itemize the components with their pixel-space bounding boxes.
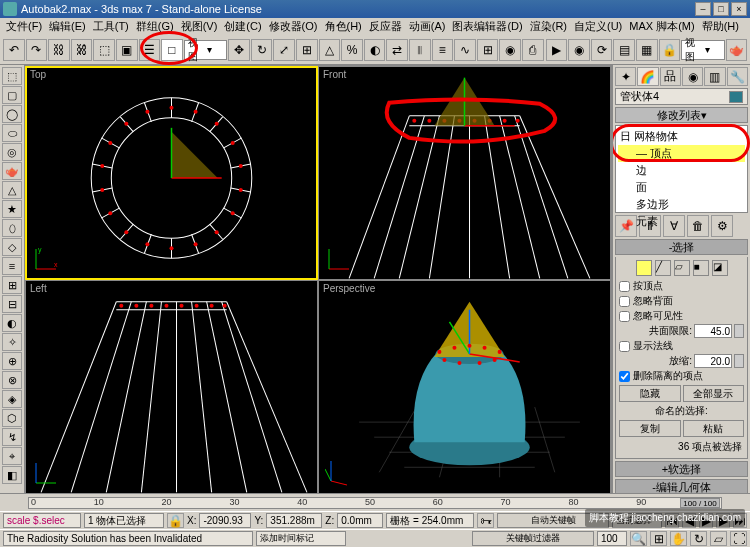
vtool-sphere-icon[interactable]: ◯	[2, 105, 22, 123]
spinner-snap-toggle[interactable]: ◐	[364, 39, 386, 61]
scale-spinner[interactable]	[734, 354, 744, 368]
stack-face[interactable]: 面	[618, 179, 745, 196]
vtool-box-icon[interactable]: ▢	[2, 86, 22, 104]
frame-field[interactable]: 100	[597, 531, 627, 546]
angle-snap-toggle[interactable]: △	[319, 39, 341, 61]
minimize-button[interactable]: –	[695, 2, 711, 16]
viewport-perspective[interactable]: Perspective	[319, 281, 610, 493]
undo-button[interactable]: ↶	[3, 39, 25, 61]
mirror-button[interactable]: ⇄	[386, 39, 408, 61]
vtool-15[interactable]: ⊕	[2, 352, 22, 370]
vtool-11[interactable]: ⊞	[2, 276, 22, 294]
curve-editor-button[interactable]: ∿	[454, 39, 476, 61]
close-button[interactable]: ×	[731, 2, 747, 16]
chk-ignore-backface[interactable]	[619, 296, 630, 307]
rollout-selection-header[interactable]: - 选择	[615, 239, 748, 255]
key-mode-icon[interactable]: 🗝	[477, 513, 494, 528]
tab-create-icon[interactable]: ✦	[615, 67, 636, 86]
vtool-10[interactable]: ≡	[2, 257, 22, 275]
menu-maxscript[interactable]: MAX 脚本(M)	[626, 19, 697, 34]
tab-display-icon[interactable]: ▥	[704, 67, 725, 86]
nav-max-icon[interactable]: ⛶	[730, 531, 747, 546]
subobj-poly-icon[interactable]: ■	[693, 260, 709, 276]
viewport-front[interactable]: Front	[319, 67, 610, 279]
vtool-star-icon[interactable]: ★	[2, 200, 22, 218]
copy-button[interactable]: 复制	[619, 420, 681, 437]
nav-orbit-icon[interactable]: ↻	[690, 531, 707, 546]
select-rect-button[interactable]: □	[161, 39, 183, 61]
vtool-16[interactable]: ⊗	[2, 371, 22, 389]
viewport-top[interactable]: Top /*noop*/	[26, 67, 317, 279]
render-type-button[interactable]: ▤	[613, 39, 635, 61]
vtool-tube-icon[interactable]: ⬯	[2, 219, 22, 237]
nav-zoomall-icon[interactable]: ⊞	[650, 531, 667, 546]
snap-toggle[interactable]: ⊞	[296, 39, 318, 61]
link-button[interactable]: ⛓	[48, 39, 70, 61]
key-filter-button[interactable]: 关键帧过滤器	[472, 531, 594, 546]
align-button[interactable]: ⫴	[409, 39, 431, 61]
tab-motion-icon[interactable]: ◉	[682, 67, 703, 86]
stack-poly[interactable]: 多边形	[618, 196, 745, 213]
percent-snap-toggle[interactable]: %	[341, 39, 363, 61]
vtool-13[interactable]: ◐	[2, 314, 22, 332]
vtool-19[interactable]: ↯	[2, 428, 22, 446]
menu-edit[interactable]: 编辑(E)	[46, 19, 89, 34]
menu-file[interactable]: 文件(F)	[3, 19, 45, 34]
nav-fov-icon[interactable]: ▱	[710, 531, 727, 546]
vtool-20[interactable]: ⌖	[2, 447, 22, 465]
unlink-button[interactable]: ⛓̸	[71, 39, 93, 61]
rollout-softsel-header[interactable]: + 软选择	[615, 461, 748, 477]
vtool-9[interactable]: ◇	[2, 238, 22, 256]
scale-button[interactable]: ⤢	[273, 39, 295, 61]
subobj-element-icon[interactable]: ◪	[712, 260, 728, 276]
vtool-21[interactable]: ◧	[2, 466, 22, 484]
render-target-button[interactable]: ▦	[636, 39, 658, 61]
vtool-1[interactable]: ⬚	[2, 67, 22, 85]
menu-views[interactable]: 视图(V)	[178, 19, 221, 34]
script-listener[interactable]: scale $.selec	[3, 513, 81, 528]
vtool-cone-icon[interactable]: △	[2, 181, 22, 199]
render-view-selector[interactable]: 视图▾	[681, 40, 724, 60]
menu-group[interactable]: 群组(G)	[133, 19, 177, 34]
redo-button[interactable]: ↷	[26, 39, 48, 61]
add-time-tag[interactable]: 添加时间标记	[256, 531, 346, 546]
layer-manager-button[interactable]: ≡	[432, 39, 454, 61]
planar-spinner[interactable]	[734, 324, 744, 338]
rotate-button[interactable]: ↻	[251, 39, 273, 61]
menu-reactor[interactable]: 反应器	[366, 19, 405, 34]
modifier-stack[interactable]: 日 网格物体 — 顶点 边 面 多边形 元素	[615, 125, 748, 213]
chk-show-normals[interactable]	[619, 341, 630, 352]
vtool-cylinder-icon[interactable]: ⬭	[2, 124, 22, 142]
menu-graph[interactable]: 图表编辑器(D)	[449, 19, 525, 34]
select-button[interactable]: ⬚	[93, 39, 115, 61]
menu-create[interactable]: 创建(C)	[221, 19, 264, 34]
material-editor-button[interactable]: ◉	[499, 39, 521, 61]
scale-value[interactable]	[694, 354, 732, 368]
tab-hierarchy-icon[interactable]: 品	[660, 67, 681, 86]
menu-modifiers[interactable]: 修改器(O)	[266, 19, 321, 34]
quick-render-button[interactable]: ▶	[546, 39, 568, 61]
chk-by-vertex[interactable]	[619, 281, 630, 292]
quick-render-2-button[interactable]: ◉	[568, 39, 590, 61]
tab-utility-icon[interactable]: 🔧	[727, 67, 748, 86]
subobj-vertex-icon[interactable]	[636, 260, 652, 276]
x-field[interactable]: -2090.93	[199, 513, 251, 528]
nav-pan-icon[interactable]: ✋	[670, 531, 687, 546]
schematic-view-button[interactable]: ⊞	[477, 39, 499, 61]
vtool-teapot-icon[interactable]: 🫖	[2, 162, 22, 180]
object-name-field[interactable]: 管状体4	[615, 88, 748, 105]
subobj-face-icon[interactable]: ▱	[674, 260, 690, 276]
unhide-all-button[interactable]: 全部显示	[683, 385, 745, 402]
stack-edge[interactable]: 边	[618, 162, 745, 179]
viewport-left[interactable]: Left	[26, 281, 317, 493]
stack-vertex[interactable]: — 顶点	[618, 145, 745, 162]
vtool-18[interactable]: ⬡	[2, 409, 22, 427]
render-scene-button[interactable]: ⎙	[522, 39, 544, 61]
move-button[interactable]: ✥	[228, 39, 250, 61]
paste-button[interactable]: 粘贴	[683, 420, 745, 437]
menu-animation[interactable]: 动画(A)	[406, 19, 449, 34]
select-region-button[interactable]: ▣	[116, 39, 138, 61]
chk-ignore-vis[interactable]	[619, 311, 630, 322]
chk-delete-iso[interactable]	[619, 371, 630, 382]
maximize-button[interactable]: □	[713, 2, 729, 16]
